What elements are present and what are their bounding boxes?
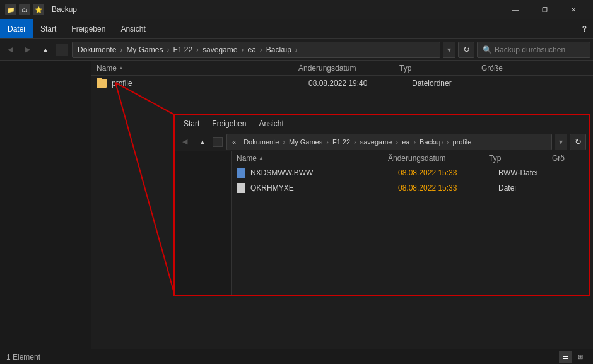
table-row[interactable]: QKRHMYXE 08.08.2022 15:33 Datei (232, 180, 589, 196)
sort-arrow: ▲ (119, 65, 124, 71)
second-breadcrumb-dokumente: Dokumente (244, 138, 279, 146)
second-address-icon (213, 137, 223, 147)
file-name-nxdsmww: NXDSMWW.BWW (250, 168, 396, 177)
second-address-bar: ◀ ▲ « Dokumente › My Games › F1 22 › sav… (175, 132, 589, 151)
file-name: profile (112, 79, 306, 88)
second-column-headers: Name ▲ Änderungsdatum Typ Grö (232, 151, 589, 165)
second-window-body: Name ▲ Änderungsdatum Typ Grö NXDSMWW.BW… (175, 151, 589, 295)
title-bar: 📁 🗂 ⭐ Backup — ❐ ✕ (0, 0, 593, 19)
second-refresh-button[interactable]: ↻ (570, 134, 586, 150)
col-header-type[interactable]: Typ (399, 64, 481, 73)
folder-icon: 📁 (5, 4, 16, 15)
file-type-qkrhmyxe: Datei (498, 184, 561, 192)
window-title: Backup (52, 5, 77, 14)
breadcrumb-mygames: My Games (126, 45, 163, 54)
search-placeholder: Backup durchsuchen (495, 45, 565, 54)
address-icon (56, 44, 68, 56)
second-breadcrumb-ea: ea (402, 138, 409, 146)
second-tab-start[interactable]: Start (180, 115, 203, 132)
tab-datei[interactable]: Datei (0, 19, 33, 38)
view-controls: ☰ ⊞ (559, 351, 587, 363)
up-button[interactable]: ▲ (38, 42, 53, 57)
ribbon: Datei Start Freigeben Ansicht ? (0, 19, 593, 39)
column-headers: Name ▲ Änderungsdatum Typ Größe (91, 61, 593, 76)
second-breadcrumb-backup: Backup (420, 138, 443, 146)
help-button[interactable]: ? (576, 25, 593, 33)
bww-file-icon (237, 168, 245, 178)
second-col-date[interactable]: Änderungsdatum (388, 154, 489, 163)
address-box[interactable]: Dokumente › My Games › F1 22 › savegame … (72, 42, 440, 58)
search-box[interactable]: 🔍 Backup durchsuchen (477, 42, 590, 58)
breadcrumb-ea: ea (247, 45, 255, 54)
sidebar (0, 61, 91, 349)
second-breadcrumb-profile: profile (452, 138, 471, 146)
second-breadcrumb-savegame: savegame (360, 138, 392, 146)
second-col-name[interactable]: Name ▲ (237, 154, 388, 163)
close-button[interactable]: ✕ (559, 0, 588, 19)
breadcrumb-dokumente: Dokumente (78, 45, 116, 54)
grid-icon: 🗂 (19, 4, 30, 15)
status-item-count: 1 Element (6, 353, 40, 361)
file-date-qkrhmyxe: 08.08.2022 15:33 (398, 184, 496, 192)
second-breadcrumb-f122: F1 22 (332, 138, 350, 146)
second-file-pane: Name ▲ Änderungsdatum Typ Grö NXDSMWW.BW… (232, 151, 589, 295)
folder-icon (97, 79, 107, 88)
tab-start[interactable]: Start (33, 19, 64, 38)
tiles-view-button[interactable]: ⊞ (574, 351, 587, 363)
tab-freigeben[interactable]: Freigeben (64, 19, 113, 38)
second-col-size[interactable]: Grö (552, 154, 577, 163)
plain-file-icon (237, 183, 245, 193)
second-breadcrumb-mygames: My Games (289, 138, 322, 146)
forward-button[interactable]: ▶ (20, 42, 35, 57)
second-tab-ansicht[interactable]: Ansicht (255, 115, 287, 132)
breadcrumb-f122: F1 22 (173, 45, 192, 54)
title-bar-controls: — ❐ ✕ (501, 0, 588, 19)
second-address-box[interactable]: « Dokumente › My Games › F1 22 › savegam… (226, 134, 552, 150)
second-up-button[interactable]: ▲ (195, 134, 210, 150)
second-col-type[interactable]: Typ (489, 154, 552, 163)
breadcrumb-backup: Backup (266, 45, 291, 54)
minimize-button[interactable]: — (501, 0, 530, 19)
star-icon: ⭐ (33, 4, 44, 15)
address-dropdown[interactable]: ▾ (443, 42, 455, 58)
file-type: Dateiordner (412, 79, 494, 88)
second-address-dropdown[interactable]: ▾ (555, 134, 567, 150)
file-type-nxdsmww: BWW-Datei (498, 168, 561, 177)
details-view-button[interactable]: ☰ (559, 351, 572, 363)
file-date: 08.08.2022 19:40 (308, 79, 409, 88)
back-button[interactable]: ◀ (3, 42, 18, 57)
file-date-nxdsmww: 08.08.2022 15:33 (398, 168, 496, 177)
col-header-size[interactable]: Größe (481, 64, 532, 73)
col-header-name[interactable]: Name ▲ (97, 64, 298, 73)
second-tab-freigeben[interactable]: Freigeben (208, 115, 250, 132)
table-row[interactable]: profile 08.08.2022 19:40 Dateiordner (91, 76, 593, 91)
breadcrumb-savegame: savegame (203, 45, 237, 54)
refresh-button[interactable]: ↻ (458, 42, 474, 58)
col-header-date[interactable]: Änderungsdatum (298, 64, 399, 73)
second-window-ribbon: Start Freigeben Ansicht (175, 115, 589, 132)
table-row[interactable]: NXDSMWW.BWW 08.08.2022 15:33 BWW-Datei (232, 165, 589, 180)
second-breadcrumb-dd: « (232, 138, 236, 146)
maximize-button[interactable]: ❐ (530, 0, 559, 19)
second-window: Start Freigeben Ansicht ◀ ▲ « Dokumente … (173, 114, 590, 296)
search-icon: 🔍 (483, 45, 492, 54)
file-name-qkrhmyxe: QKRHMYXE (250, 184, 396, 192)
title-bar-icons: 📁 🗂 ⭐ (5, 4, 44, 15)
second-sidebar (175, 151, 232, 295)
tab-ansicht[interactable]: Ansicht (113, 19, 153, 38)
second-file-list: NXDSMWW.BWW 08.08.2022 15:33 BWW-Datei Q… (232, 165, 589, 295)
status-bar: 1 Element ☰ ⊞ (0, 349, 593, 364)
address-bar-row: ◀ ▶ ▲ Dokumente › My Games › F1 22 › sav… (0, 39, 593, 61)
second-back-button[interactable]: ◀ (177, 134, 192, 150)
